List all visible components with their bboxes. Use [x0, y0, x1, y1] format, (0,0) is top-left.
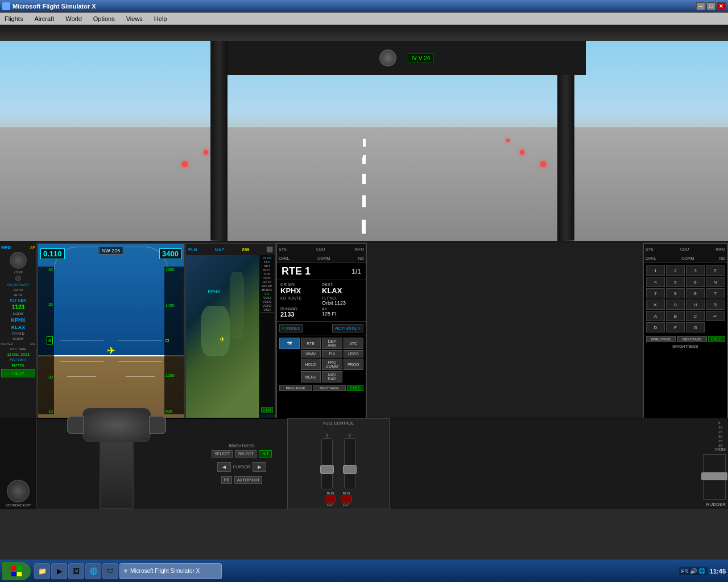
init-btn[interactable]: INIT — [259, 450, 272, 458]
atc-rte-btn[interactable]: ATC — [344, 338, 364, 349]
throttle-2-handle[interactable] — [343, 465, 357, 474]
menu-options[interactable]: Options — [91, 15, 117, 23]
rmfd-btn-7[interactable]: 7 — [646, 288, 665, 298]
soundadjust-label: SOUNDADJUST — [5, 504, 31, 507]
sound-knob[interactable] — [7, 480, 30, 502]
cursor-right-btn[interactable]: ► — [253, 462, 266, 472]
exec-btn[interactable]: EXEC — [347, 385, 363, 391]
taskbar-icon-media[interactable]: ▶ — [51, 563, 67, 579]
taskbar-right: FR 🔊 🌐 11:45 — [679, 567, 726, 575]
svg-rect-3 — [17, 572, 22, 576]
select1-btn[interactable]: SELECT — [212, 450, 233, 458]
rte-icon: 🗺 — [287, 341, 292, 346]
rmfd-btn-9[interactable]: 9 — [686, 288, 705, 298]
rmfd-btn-n[interactable]: N — [706, 277, 725, 287]
taskbar-icon-ie[interactable]: 🌐 — [85, 563, 101, 579]
activate-btn[interactable]: ACTIVATE > — [332, 324, 363, 332]
menu-world[interactable]: World — [63, 15, 84, 23]
norm2-label: NORM — [1, 337, 35, 340]
vnav-rte-btn[interactable]: VNAV — [301, 350, 321, 357]
nav-map-label: MAP — [214, 247, 224, 252]
altn-label: ALTN — [1, 293, 35, 297]
rmfd-enter-btn[interactable]: ↵ — [706, 311, 725, 321]
instrument-panel: MINS RADIO BARO RST STD APP MAP RANGE IT… — [0, 241, 728, 559]
rte-main-btn[interactable]: RTE — [301, 338, 321, 349]
menu-aircraft[interactable]: Aircraft — [32, 15, 56, 23]
next-page-btn[interactable]: NEXT PAGE — [313, 385, 345, 391]
legs-btn[interactable]: LEGS — [344, 350, 364, 357]
minimize-button[interactable]: ─ — [696, 2, 705, 10]
rmfd-btn-r[interactable]: R — [706, 300, 725, 310]
menu-views[interactable]: Views — [124, 15, 145, 23]
rmfd-btn-3[interactable]: 3 — [686, 265, 705, 276]
simulator-viewport: IV V 24 MINS RADIO BARO RST STD — [0, 25, 728, 559]
pb-btn[interactable]: PB — [221, 476, 232, 484]
auto-label: AUTO — [1, 288, 35, 292]
rmfd-btn-6[interactable]: 6 — [686, 277, 705, 287]
flt-no-label: FLT NO. — [322, 296, 362, 300]
prev-page-btn[interactable]: PREV PAGE — [279, 385, 312, 391]
rmfd-btn-1[interactable]: 1 — [646, 265, 665, 276]
taskbar-fsx-app[interactable]: ✈ Microsoft Flight Simulator X — [119, 563, 222, 579]
rmfd-btn-f[interactable]: F — [666, 322, 685, 332]
rmfd-next-btn[interactable]: NEXT PAGE — [677, 336, 706, 342]
hold-btn[interactable]: HOLD — [301, 359, 321, 370]
rmfd-btn-8[interactable]: 8 — [666, 288, 685, 298]
rmfd-btn-g[interactable]: G — [686, 322, 705, 332]
rmfd-brightness-label: BRIGHTNESS — [646, 344, 725, 348]
exit-btn[interactable]: EXIT — [261, 407, 274, 413]
help-btn[interactable]: HELP — [1, 369, 35, 377]
cut-2-btn[interactable] — [341, 496, 352, 502]
rmfd-btn-a[interactable]: A — [646, 311, 665, 321]
menu-flights[interactable]: Flights — [2, 15, 25, 23]
rmfd-btn-e[interactable]: E — [706, 265, 725, 276]
brightness-label: BRIGHTNESS — [229, 444, 255, 448]
rmfd-btn-t[interactable]: T — [706, 288, 725, 298]
cut-1-btn[interactable] — [325, 496, 336, 502]
yoke-knob[interactable] — [10, 252, 27, 269]
throttle-1-handle[interactable] — [320, 465, 334, 474]
taskbar-icon-folder[interactable]: 📁 — [34, 563, 50, 579]
svg-rect-2 — [11, 572, 16, 576]
rmfd-prev-btn[interactable]: PREV PAGE — [646, 336, 676, 342]
mfd-sub-header: CHKL COMM ND — [277, 254, 366, 263]
autopilot-label-btn[interactable]: AUTOPILOT — [234, 476, 263, 484]
flt-nbr-value: 1123 — [1, 304, 35, 310]
rmfd-btn-k[interactable]: K — [646, 300, 665, 310]
menu-help[interactable]: Help — [152, 15, 169, 23]
alt-rte-value: 125 Ft — [322, 311, 362, 317]
start-button[interactable] — [2, 562, 31, 580]
rte-page: 1/1 — [351, 268, 361, 276]
index-btn[interactable]: < INDEX — [279, 324, 303, 332]
rmfd-btn-2[interactable]: 2 — [666, 265, 685, 276]
rmfd-btn-d[interactable]: D — [646, 322, 665, 332]
rte-btn[interactable]: 🗺 — [279, 338, 300, 349]
rmfd-btn-0[interactable]: 0 — [666, 300, 685, 310]
rmfd-info: INFO — [715, 247, 725, 251]
select2-btn[interactable]: SELECT — [235, 450, 256, 458]
rmfd-exec-btn[interactable]: EXEC — [708, 336, 725, 342]
rmfd-btn-h[interactable]: H — [686, 300, 705, 310]
mfd-label: MFD — [1, 245, 11, 250]
cursor-left-btn[interactable]: ◄ — [217, 462, 231, 472]
nav-map-close[interactable] — [267, 247, 272, 252]
rmfd-btn-c[interactable]: C — [686, 311, 705, 321]
rmfd-btn-5[interactable]: 5 — [666, 277, 685, 287]
yoke-wheel[interactable] — [82, 408, 151, 442]
menu-btn[interactable]: MENU — [301, 371, 321, 383]
close-button[interactable]: ✕ — [717, 2, 726, 10]
rmfd-btn-4[interactable]: 4 — [646, 277, 665, 287]
fmc-comm-btn[interactable]: FMC COMM — [322, 359, 342, 370]
prog-btn[interactable]: PROG — [344, 359, 364, 370]
mfd-sys: SYS — [279, 247, 287, 251]
rmfd-btn-b[interactable]: B — [666, 311, 685, 321]
apt-label: APT — [264, 264, 271, 268]
trim-handle[interactable] — [701, 472, 727, 480]
fix-btn[interactable]: FIX — [322, 350, 342, 357]
dep-arr-btn[interactable]: DEP ARR — [322, 338, 342, 349]
nav-rad-btn[interactable]: NAV RAD — [322, 371, 342, 383]
taskbar-icon-shield[interactable]: 🛡 — [102, 563, 118, 579]
maximize-button[interactable]: □ — [706, 2, 715, 10]
taskbar-icon-image[interactable]: 🖼 — [68, 563, 84, 579]
pfd-heading-tape: NW 225 — [99, 247, 123, 255]
